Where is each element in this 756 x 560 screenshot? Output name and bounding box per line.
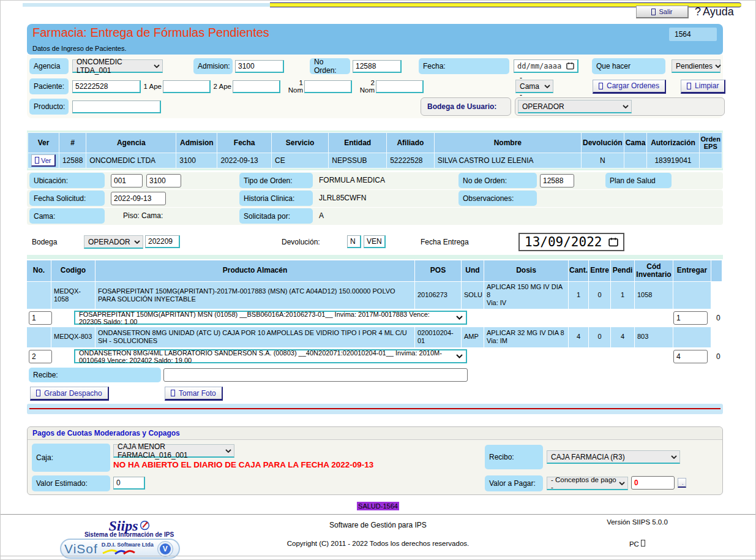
filter-row-2: Paciente: 1 Ape 2 Ape 1 Nom 2 Nom - Cama… — [29, 77, 721, 96]
chevron-down-icon — [619, 482, 625, 485]
producto-input[interactable] — [72, 100, 161, 113]
page-title: Farmacia: Entrega de Fórmulas Pendientes — [32, 26, 269, 40]
ubicacion-input-2[interactable] — [146, 174, 181, 187]
valor-pagar-input[interactable] — [631, 476, 675, 490]
salud-tag: SALUD-1564 — [357, 502, 399, 510]
periodo-input[interactable] — [145, 235, 180, 248]
order-nombre: SILVA CASTRO LUZ ELENIA — [435, 153, 581, 168]
footer-divider — [1, 514, 755, 515]
caja-label: Caja: — [32, 444, 110, 472]
chevron-down-icon — [715, 64, 721, 68]
product-dosis: APLICAR 32 MG IV DIA 8Via: IM — [484, 327, 569, 347]
col-fecha: Fecha — [217, 133, 271, 153]
recibo-select[interactable]: CAJA FARMACIA (R3) — [547, 450, 680, 464]
detail-row-1: Ubicación: Tipo de Orden: FORMULA MEDICA… — [27, 172, 723, 189]
cama-select[interactable]: - Cama - — [515, 80, 553, 93]
tomar-foto-button[interactable]: Tomar Foto — [165, 387, 223, 401]
fecha-date-input[interactable]: dd/mm/aaaa — [514, 59, 578, 73]
pc-glyph-icon — [641, 540, 645, 547]
button-glyph-icon — [36, 390, 40, 396]
bodega-usuario-labelbox: Bodega de Usuario: — [421, 97, 511, 116]
col-afiliado: Afiliado — [387, 133, 433, 153]
help-link[interactable]: ? Ayuda — [695, 6, 734, 18]
col-codigo: Codigo — [51, 260, 95, 281]
cama-label: Cama: — [29, 208, 105, 224]
product-cant: 1 — [569, 282, 589, 309]
producto-label: Producto: — [29, 99, 69, 115]
salir-button[interactable]: Salir — [636, 6, 689, 18]
salud-tag-row: SALUD-1564 — [1, 502, 755, 510]
entregar-input[interactable] — [673, 350, 708, 363]
order-admision: 3100 — [176, 153, 217, 168]
valor-pagar-label: Valor a Pagar: — [485, 475, 543, 491]
col-servicio: Servicio — [272, 133, 328, 153]
product-entre: 0 — [589, 282, 611, 309]
lot-select[interactable]: FOSAPREPITANT 150MG(APRITANT) MSN (01058… — [74, 311, 467, 325]
fecha-solicitud-input[interactable] — [111, 192, 166, 205]
no-de-orden-input[interactable] — [540, 174, 574, 187]
product-name: FOSAPREPITANT 150MG(APRITANT)-2017M-0017… — [95, 282, 415, 309]
tipo-orden-label: Tipo de Orden: — [239, 173, 313, 188]
que-hacer-label: Que hacer — [592, 58, 665, 74]
limpiar-button[interactable]: Limpiar — [681, 80, 725, 94]
bodega-usuario-select[interactable]: OPERADOR — [518, 100, 632, 113]
lot-no-input[interactable] — [29, 350, 52, 363]
caja-select[interactable]: CAJA MENOR FARMACIA_016_001 — [113, 444, 234, 458]
col-no: No. — [27, 260, 51, 281]
chevron-down-icon — [456, 316, 463, 320]
ubicacion-input-1[interactable] — [111, 174, 143, 187]
fecha-entrega-label: Fecha Entrega — [421, 238, 469, 246]
valor-estimado-input[interactable] — [113, 477, 145, 490]
product-pendi: 4 — [611, 327, 635, 347]
paciente-input[interactable] — [72, 80, 141, 93]
historia-clinica-label: Historia Clinica: — [239, 191, 313, 206]
que-hacer-select[interactable]: Pendientes — [672, 59, 720, 73]
payments-panel: Pagos de Cuotas Moderadoras y Copagos Ca… — [27, 426, 723, 495]
devolucion-input[interactable] — [347, 235, 361, 248]
devolucion-tipo-input[interactable] — [364, 235, 386, 248]
product-cod-inv: 803 — [635, 327, 673, 347]
bodega-select[interactable]: OPERADOR — [84, 235, 143, 249]
chevron-down-icon — [134, 240, 140, 244]
col-nombre: Nombre — [435, 133, 581, 153]
col-pos: POS — [415, 260, 462, 281]
col-cama: Cama — [624, 133, 647, 153]
help-label: Ayuda — [703, 6, 734, 18]
help-icon: ? — [695, 6, 701, 18]
ver-button[interactable]: Ver — [31, 154, 56, 167]
ape1-input[interactable] — [163, 80, 211, 93]
col-dosis: Dosis — [484, 260, 569, 281]
caja-warning: NO HA ABIERTO EL DIARIO DE CAJA PARA LA … — [113, 460, 373, 469]
filter-row-3: Producto: Bodega de Usuario: OPERADOR — [29, 97, 721, 116]
no-orden-input[interactable] — [353, 60, 402, 73]
ape2-input[interactable] — [233, 80, 280, 93]
conceptos-select[interactable]: - Conceptos de pago - — [547, 477, 628, 490]
recibe-input[interactable] — [163, 368, 468, 382]
admision-input[interactable] — [235, 60, 284, 73]
lot-no-input[interactable] — [29, 311, 52, 325]
order-entidad: NEPSSUB — [329, 153, 386, 168]
nom2-input[interactable] — [376, 80, 424, 93]
entregar-input[interactable] — [673, 311, 708, 325]
nom1-input[interactable] — [304, 80, 352, 93]
col-cod-inventario: Cód Inventario — [635, 260, 673, 281]
agencia-select[interactable]: ONCOMEDIC LTDA_001 — [72, 59, 163, 73]
cargar-ordenes-button[interactable]: Cargar Ordenes — [593, 80, 666, 94]
detail-row-3: Cama: Piso: Cama: Solicitada por: A — [27, 208, 723, 225]
bodega-label: Bodega — [32, 238, 57, 246]
fecha-entrega-date-input[interactable]: 13/09/2022 — [518, 233, 624, 251]
conceptos-detail-button[interactable]: . — [678, 478, 686, 488]
product-pendi: 1 — [611, 282, 635, 309]
footer-version: Versión SIIPS 5.0.0 — [585, 518, 689, 526]
chevron-down-icon — [456, 354, 463, 358]
grabar-despacho-button[interactable]: Grabar Despacho — [30, 387, 109, 401]
color-swoosh-icon — [102, 548, 137, 556]
product-entregar-cell — [673, 327, 711, 347]
recibo-label: Recibo: — [485, 445, 543, 469]
actions-row: Grabar Despacho Tomar Foto — [27, 387, 723, 403]
fecha-solicitud-label: Fecha Solicitud: — [29, 191, 105, 206]
col-extra — [711, 260, 722, 281]
order-autorizacion: 183919041 — [647, 153, 698, 168]
lot-select[interactable]: ONDANSETRON 8MG/4ML LABORATORIO SANDERSO… — [74, 349, 467, 363]
salir-label: Salir — [659, 8, 672, 15]
